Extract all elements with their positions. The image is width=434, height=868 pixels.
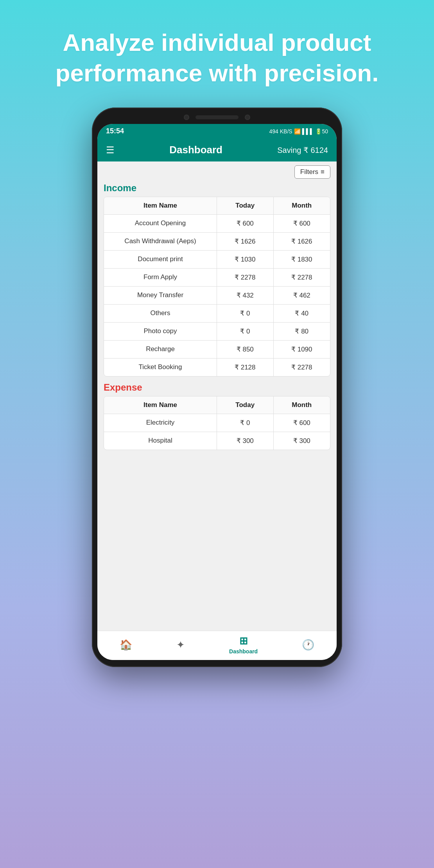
income-row-name: Ticket Booking xyxy=(104,359,217,376)
app-bar: ☰ Dashboard Saving ₹ 6124 xyxy=(97,138,337,161)
income-row-month: ₹ 2278 xyxy=(274,359,330,376)
status-signal: 494 KB/S xyxy=(269,128,292,135)
phone-shell: 15:54 494 KB/S 📶 ▌▌▌ 🔋50 ☰ Dashboard Sav… xyxy=(92,108,342,667)
dashboard-label: Dashboard xyxy=(229,648,258,655)
dashboard-icon: ⊞ xyxy=(239,635,248,647)
income-row-name: Photo copy xyxy=(104,323,217,340)
income-row-month: ₹ 600 xyxy=(274,215,330,232)
history-icon: 🕐 xyxy=(302,639,314,651)
income-row-today: ₹ 1626 xyxy=(217,233,274,250)
expense-col-today: Today xyxy=(217,396,274,414)
income-row-month: ₹ 1090 xyxy=(274,341,330,358)
income-row-month: ₹ 1830 xyxy=(274,251,330,268)
status-icons: 494 KB/S 📶 ▌▌▌ 🔋50 xyxy=(269,128,328,135)
camera-dot-right xyxy=(245,115,250,120)
filters-label: Filters xyxy=(300,168,318,176)
battery-icon: 🔋50 xyxy=(315,128,328,135)
nav-dashboard[interactable]: ⊞ Dashboard xyxy=(229,635,258,655)
income-table-header: Item Name Today Month xyxy=(104,197,330,215)
income-table-row: Money Transfer ₹ 432 ₹ 462 xyxy=(104,287,330,305)
income-table: Item Name Today Month Account Opening ₹ … xyxy=(104,197,330,377)
income-row-today: ₹ 2128 xyxy=(217,359,274,376)
income-row-name: Money Transfer xyxy=(104,287,217,304)
income-row-name: Others xyxy=(104,305,217,322)
expense-row-name: Hospital xyxy=(104,432,217,450)
income-section-header: Income xyxy=(104,183,330,194)
income-row-month: ₹ 40 xyxy=(274,305,330,322)
income-table-row: Recharge ₹ 850 ₹ 1090 xyxy=(104,341,330,359)
income-row-today: ₹ 0 xyxy=(217,323,274,340)
expense-table-row: Hospital ₹ 300 ₹ 300 xyxy=(104,432,330,450)
income-row-month: ₹ 462 xyxy=(274,287,330,304)
trends-icon: ✦ xyxy=(176,639,185,651)
income-table-row: Form Apply ₹ 2278 ₹ 2278 xyxy=(104,269,330,287)
saving-amount: Saving ₹ 6124 xyxy=(277,145,328,155)
signal-bars: ▌▌▌ xyxy=(302,128,314,135)
income-row-name: Document print xyxy=(104,251,217,268)
phone-screen: 15:54 494 KB/S 📶 ▌▌▌ 🔋50 ☰ Dashboard Sav… xyxy=(97,124,337,660)
income-table-row: Cash Withdrawal (Aeps) ₹ 1626 ₹ 1626 xyxy=(104,233,330,251)
wifi-icon: 📶 xyxy=(294,128,301,135)
nav-history[interactable]: 🕐 xyxy=(302,639,314,651)
filters-row: Filters ≡ xyxy=(104,165,330,179)
status-time: 15:54 xyxy=(106,127,124,135)
income-row-name: Cash Withdrawal (Aeps) xyxy=(104,233,217,250)
income-row-today: ₹ 432 xyxy=(217,287,274,304)
expense-row-month: ₹ 600 xyxy=(274,414,330,432)
phone-top-bar xyxy=(97,115,337,120)
headline: Analyze individual product performance w… xyxy=(0,0,434,108)
income-row-today: ₹ 0 xyxy=(217,305,274,322)
income-col-month: Month xyxy=(274,197,330,214)
income-col-name: Item Name xyxy=(104,197,217,214)
expense-row-today: ₹ 0 xyxy=(217,414,274,432)
expense-col-month: Month xyxy=(274,396,330,414)
income-row-name: Account Opening xyxy=(104,215,217,232)
expense-section-header: Expense xyxy=(104,382,330,393)
expense-row-name: Electricity xyxy=(104,414,217,432)
expense-table: Item Name Today Month Electricity ₹ 0 ₹ … xyxy=(104,396,330,450)
income-row-month: ₹ 2278 xyxy=(274,269,330,286)
income-row-month: ₹ 1626 xyxy=(274,233,330,250)
income-row-month: ₹ 80 xyxy=(274,323,330,340)
income-row-name: Form Apply xyxy=(104,269,217,286)
camera-dot-left xyxy=(184,115,189,120)
income-row-today: ₹ 2278 xyxy=(217,269,274,286)
speaker-bar xyxy=(195,115,239,119)
expense-table-header: Item Name Today Month xyxy=(104,396,330,414)
home-icon: 🏠 xyxy=(120,639,132,651)
income-row-name: Recharge xyxy=(104,341,217,358)
menu-icon[interactable]: ☰ xyxy=(106,145,115,156)
bottom-nav: 🏠 ✦ ⊞ Dashboard 🕐 xyxy=(97,631,337,660)
nav-trends[interactable]: ✦ xyxy=(176,639,185,651)
income-table-row: Account Opening ₹ 600 ₹ 600 xyxy=(104,215,330,233)
expense-col-name: Item Name xyxy=(104,396,217,414)
income-row-today: ₹ 1030 xyxy=(217,251,274,268)
status-bar: 15:54 494 KB/S 📶 ▌▌▌ 🔋50 xyxy=(97,124,337,138)
income-table-row: Document print ₹ 1030 ₹ 1830 xyxy=(104,251,330,269)
income-row-today: ₹ 600 xyxy=(217,215,274,232)
expense-row-today: ₹ 300 xyxy=(217,432,274,450)
expense-table-row: Electricity ₹ 0 ₹ 600 xyxy=(104,414,330,432)
income-table-row: Ticket Booking ₹ 2128 ₹ 2278 xyxy=(104,359,330,376)
income-col-today: Today xyxy=(217,197,274,214)
income-row-today: ₹ 850 xyxy=(217,341,274,358)
income-table-row: Others ₹ 0 ₹ 40 xyxy=(104,305,330,323)
filters-button[interactable]: Filters ≡ xyxy=(294,165,330,179)
app-title: Dashboard xyxy=(169,144,222,156)
income-table-row: Photo copy ₹ 0 ₹ 80 xyxy=(104,323,330,341)
nav-home[interactable]: 🏠 xyxy=(120,639,132,651)
screen-content: Filters ≡ Income Item Name Today Month A… xyxy=(97,161,337,631)
filter-icon: ≡ xyxy=(321,168,325,176)
expense-row-month: ₹ 300 xyxy=(274,432,330,450)
